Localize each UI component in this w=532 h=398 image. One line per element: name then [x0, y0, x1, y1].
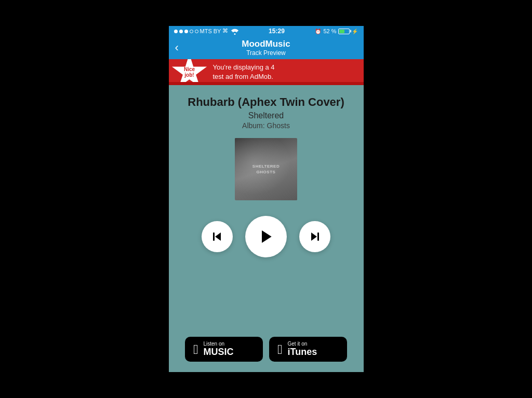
- svg-rect-4: [317, 232, 319, 241]
- apple-icon-music: : [193, 342, 198, 356]
- next-icon: [309, 230, 321, 243]
- signal-dot-1: [174, 30, 178, 33]
- nav-subtitle: Track Preview: [246, 49, 286, 57]
- signal-dot-5: [195, 30, 198, 33]
- prev-icon: [211, 230, 223, 243]
- album-art-text: SHELTERED GHOSTS: [252, 163, 280, 175]
- itunes-button[interactable]:  Get it on iTunes: [269, 337, 347, 362]
- carrier-text: MTS BY: [200, 28, 221, 34]
- music-big-text: MUSIC: [204, 347, 234, 358]
- ad-red-stripe: [169, 82, 364, 85]
- signal-dot-3: [184, 30, 188, 33]
- svg-rect-1: [213, 232, 215, 241]
- track-album: Album: Ghosts: [242, 121, 290, 130]
- status-bar: MTS BY ⌘ 15:29 ⏰ 52 % ⚡: [169, 26, 364, 36]
- bolt-icon: ⚡: [352, 29, 358, 34]
- main-content: Rhubarb (Aphex Twin Cover) Sheltered Alb…: [169, 85, 364, 328]
- bottom-buttons:  Listen on MUSIC  Get it on iTunes: [169, 328, 364, 372]
- battery-fill: [339, 30, 344, 33]
- battery-percent: 52 %: [323, 28, 336, 34]
- status-left: MTS BY ⌘: [174, 28, 238, 34]
- signal-dot-2: [179, 30, 183, 33]
- apple-music-button[interactable]:  Listen on MUSIC: [185, 337, 263, 362]
- wifi-icon: ⌘: [222, 28, 238, 34]
- svg-point-0: [234, 33, 235, 35]
- itunes-big-text: iTunes: [288, 347, 317, 358]
- track-title: Rhubarb (Aphex Twin Cover): [188, 95, 344, 109]
- nav-bar: ‹ MoodMusic Track Preview: [169, 36, 364, 59]
- alarm-icon: ⏰: [315, 29, 321, 34]
- next-button[interactable]: [299, 221, 330, 252]
- ad-star-text: Nicejob!: [184, 66, 195, 78]
- battery-bar: [338, 29, 350, 34]
- itunes-text-block: Get it on iTunes: [288, 341, 317, 358]
- svg-marker-3: [262, 230, 272, 243]
- svg-marker-2: [215, 232, 221, 241]
- status-right: ⏰ 52 % ⚡: [315, 28, 358, 34]
- nav-title-block: MoodMusic Track Preview: [242, 39, 290, 57]
- play-icon: [258, 228, 274, 245]
- ad-banner: Nicejob! You're displaying a 4 test ad f…: [169, 59, 364, 85]
- prev-button[interactable]: [202, 221, 233, 252]
- ad-star: Nicejob!: [171, 59, 208, 85]
- svg-marker-5: [311, 232, 317, 241]
- music-text-block: Listen on MUSIC: [204, 341, 234, 358]
- ad-text: You're displaying a 4 test ad from AdMob…: [213, 63, 275, 81]
- album-art: SHELTERED GHOSTS: [235, 138, 297, 200]
- signal-dot-4: [190, 30, 193, 33]
- play-button[interactable]: [245, 216, 287, 257]
- phone-frame: MTS BY ⌘ 15:29 ⏰ 52 % ⚡ ‹ MoodMusic Trac…: [169, 26, 364, 372]
- back-button[interactable]: ‹: [175, 41, 179, 54]
- track-artist: Sheltered: [248, 111, 284, 120]
- player-controls: [202, 216, 330, 257]
- app-name: MoodMusic: [242, 39, 290, 49]
- time-display: 15:29: [269, 28, 285, 35]
- apple-icon-itunes: : [277, 342, 283, 356]
